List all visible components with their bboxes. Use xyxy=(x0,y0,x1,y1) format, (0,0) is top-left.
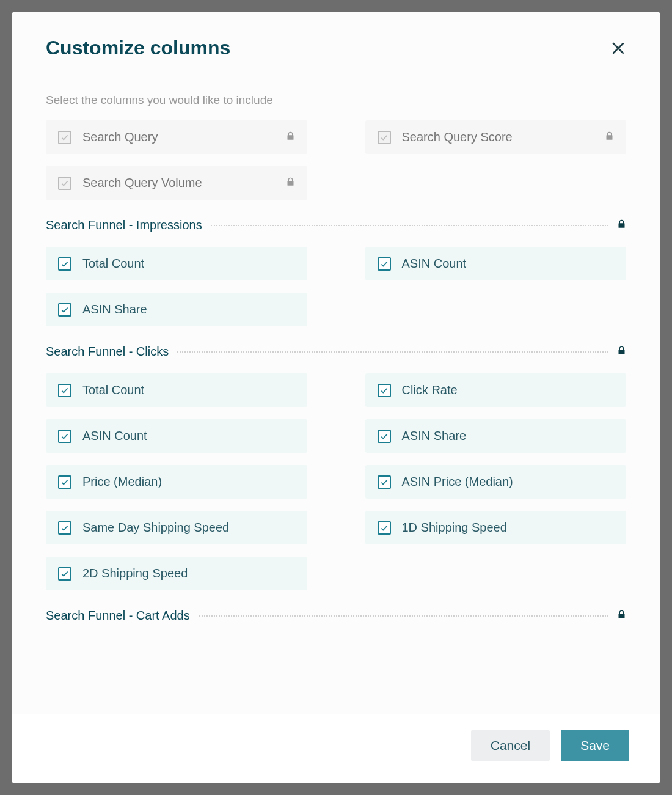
check-icon xyxy=(60,133,69,142)
check-icon xyxy=(60,179,69,188)
lock-icon xyxy=(617,345,626,358)
check-icon xyxy=(60,432,69,441)
section-divider xyxy=(199,615,608,617)
column-option-clicks-asin-count[interactable]: ASIN Count xyxy=(46,419,307,453)
column-option-clicks-price-median[interactable]: Price (Median) xyxy=(46,465,307,499)
column-label: Search Query xyxy=(82,130,275,144)
checkbox[interactable] xyxy=(58,257,71,271)
check-icon xyxy=(380,386,389,395)
column-option-search-query: Search Query xyxy=(46,120,307,154)
column-label: Click Rate xyxy=(402,383,615,397)
section-title: Search Funnel - Clicks xyxy=(46,345,169,359)
close-button[interactable] xyxy=(610,40,626,56)
lock-icon xyxy=(617,219,626,232)
checkbox[interactable] xyxy=(378,257,391,271)
checkbox[interactable] xyxy=(58,384,71,397)
section-divider xyxy=(177,351,608,353)
column-option-impressions-total-count[interactable]: Total Count xyxy=(46,247,307,280)
close-icon xyxy=(610,40,626,56)
section-header-impressions: Search Funnel - Impressions xyxy=(46,218,626,232)
section-header-cart-adds: Search Funnel - Cart Adds xyxy=(46,609,626,623)
column-label: ASIN Share xyxy=(82,302,295,317)
column-option-search-query-volume: Search Query Volume xyxy=(46,166,307,200)
column-label: ASIN Count xyxy=(82,429,295,443)
save-button[interactable]: Save xyxy=(561,730,629,761)
column-option-impressions-asin-share[interactable]: ASIN Share xyxy=(46,293,307,326)
section-divider xyxy=(211,225,608,226)
modal-header: Customize columns xyxy=(12,12,660,75)
locked-columns-grid: Search Query Search Query Score Search Q xyxy=(46,120,626,200)
checkbox[interactable] xyxy=(378,430,391,443)
column-label: Total Count xyxy=(82,383,295,397)
column-option-clicks-1d-shipping[interactable]: 1D Shipping Speed xyxy=(365,511,627,544)
checkbox[interactable] xyxy=(58,521,71,535)
section-title: Search Funnel - Impressions xyxy=(46,218,202,232)
column-label: ASIN Share xyxy=(402,429,615,443)
lock-icon xyxy=(605,131,614,144)
check-icon xyxy=(60,306,69,314)
checkbox[interactable] xyxy=(378,475,391,489)
checkbox-locked xyxy=(58,131,71,144)
column-option-clicks-click-rate[interactable]: Click Rate xyxy=(365,373,627,407)
modal-subtitle: Select the columns you would like to inc… xyxy=(46,93,626,107)
check-icon xyxy=(60,260,69,268)
check-icon xyxy=(60,478,69,486)
checkbox-locked xyxy=(58,177,71,190)
column-option-clicks-asin-price-median[interactable]: ASIN Price (Median) xyxy=(365,465,627,499)
check-icon xyxy=(380,524,389,532)
check-icon xyxy=(380,478,389,486)
column-option-clicks-total-count[interactable]: Total Count xyxy=(46,373,307,407)
column-label: 2D Shipping Speed xyxy=(82,566,295,581)
column-label: Search Query Volume xyxy=(82,176,275,190)
customize-columns-modal: Customize columns Select the columns you… xyxy=(12,12,660,783)
column-label: Same Day Shipping Speed xyxy=(82,521,295,535)
check-icon xyxy=(380,260,389,268)
column-label: Total Count xyxy=(82,257,295,271)
column-label: ASIN Price (Median) xyxy=(402,475,615,489)
checkbox[interactable] xyxy=(378,521,391,535)
lock-icon xyxy=(286,131,295,144)
column-option-clicks-same-day-shipping[interactable]: Same Day Shipping Speed xyxy=(46,511,307,544)
check-icon xyxy=(60,524,69,532)
modal-body: Select the columns you would like to inc… xyxy=(12,75,660,714)
column-label: Search Query Score xyxy=(402,130,594,144)
check-icon xyxy=(60,570,69,578)
checkbox[interactable] xyxy=(378,384,391,397)
checkbox[interactable] xyxy=(58,567,71,581)
column-option-clicks-2d-shipping[interactable]: 2D Shipping Speed xyxy=(46,557,307,590)
lock-icon xyxy=(286,177,295,189)
section-header-clicks: Search Funnel - Clicks xyxy=(46,345,626,359)
clicks-columns-grid: Total Count Click Rate ASIN Count ASIN S… xyxy=(46,373,626,590)
column-label: ASIN Count xyxy=(402,257,615,271)
modal-footer: Cancel Save xyxy=(12,714,660,783)
section-title: Search Funnel - Cart Adds xyxy=(46,609,190,623)
modal-title: Customize columns xyxy=(46,37,230,59)
cancel-button[interactable]: Cancel xyxy=(471,730,550,761)
column-label: Price (Median) xyxy=(82,475,295,489)
check-icon xyxy=(380,432,389,441)
checkbox[interactable] xyxy=(58,303,71,317)
check-icon xyxy=(380,133,389,142)
impressions-columns-grid: Total Count ASIN Count ASIN Share xyxy=(46,247,626,326)
checkbox[interactable] xyxy=(58,475,71,489)
checkbox[interactable] xyxy=(58,430,71,443)
column-option-impressions-asin-count[interactable]: ASIN Count xyxy=(365,247,627,280)
column-option-search-query-score: Search Query Score xyxy=(365,120,627,154)
column-label: 1D Shipping Speed xyxy=(402,521,615,535)
check-icon xyxy=(60,386,69,395)
column-option-clicks-asin-share[interactable]: ASIN Share xyxy=(365,419,627,453)
checkbox-locked xyxy=(378,131,391,144)
lock-icon xyxy=(617,609,626,622)
